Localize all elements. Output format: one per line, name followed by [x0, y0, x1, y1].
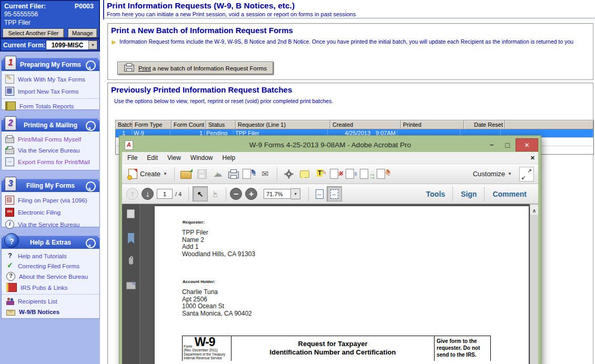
hand-tool-button[interactable]	[208, 187, 222, 201]
maximize-button[interactable]	[499, 138, 516, 151]
section-header-preparing[interactable]: 1 Preparing My Forms	[2, 58, 99, 71]
sidebar-item-work-with-tax-forms[interactable]: Work With My Tax Forms	[2, 73, 99, 85]
current-form-dropdown[interactable]: 1099-MISC	[46, 40, 98, 50]
select-tool-button[interactable]	[193, 186, 208, 201]
tools-pane-button[interactable]: Tools	[419, 190, 452, 198]
section-title: Printing & Mailing	[24, 122, 77, 129]
vertical-scrollbar[interactable]	[530, 204, 538, 364]
sign-pane-button[interactable]: Sign	[453, 190, 484, 198]
attach-file-button[interactable]	[344, 167, 360, 181]
edit-pages-button[interactable]: ✎	[376, 167, 391, 181]
sidebar-item-file-service-bureau[interactable]: Via the Service Bureau	[2, 218, 99, 230]
section-header-filing[interactable]: 3 Filing My Forms	[2, 179, 99, 192]
fit-page-button[interactable]	[327, 186, 342, 201]
page-count-label: / 4	[175, 191, 181, 197]
col-requestor[interactable]: Requestor (Line 1)	[236, 120, 330, 129]
pdf-page[interactable]: Requester: TPP Filer Name 2 Add 1 Woodla…	[155, 206, 529, 364]
col-created[interactable]: Created	[330, 120, 401, 129]
create-button[interactable]: Create ▼	[125, 167, 170, 180]
col-form-count[interactable]: Form Count	[172, 120, 206, 129]
save-icon	[197, 169, 207, 179]
sidebar-item-w9b-notices[interactable]: W-9/B Notices	[2, 307, 99, 317]
menu-help[interactable]: Help	[223, 154, 236, 161]
document-canvas[interactable]: Requester: TPP Filer Name 2 Add 1 Woodla…	[140, 204, 530, 364]
col-form-type[interactable]: Form Type	[133, 120, 172, 129]
printer-icon	[124, 65, 134, 72]
minimize-button[interactable]	[484, 138, 499, 150]
sidebar-item-label: Electronic Filing	[18, 209, 60, 216]
col-batch[interactable]: Batch	[116, 120, 133, 129]
sidebar-item-recipients-list[interactable]: Recipients List	[2, 294, 99, 307]
open-file-button[interactable]	[178, 167, 194, 181]
sidebar-item-irs-pubs[interactable]: IRS Pubs & Links	[2, 282, 99, 293]
fit-width-button[interactable]	[312, 187, 327, 201]
menu-edit[interactable]: Edit	[147, 154, 158, 161]
pubs-book-icon	[6, 283, 17, 292]
attachments-paperclip-icon[interactable]	[127, 256, 135, 267]
sidebar-item-print-service-bureau[interactable]: Via the Service Bureau	[2, 145, 99, 156]
zoom-dropdown-button[interactable]	[291, 188, 300, 199]
collapse-chevrons-icon[interactable]	[86, 181, 96, 191]
zoom-out-button[interactable]	[230, 188, 242, 200]
comment-pane-button[interactable]: Comment	[485, 190, 534, 198]
chevron-down-icon[interactable]	[88, 41, 97, 49]
sidebar-item-export-forms[interactable]: Export Forms for Print/Mail	[2, 156, 99, 168]
previous-page-button[interactable]	[126, 188, 138, 200]
sidebar-item-import-tax-forms[interactable]: Import New Tax Forms	[2, 85, 99, 97]
sidebar-item-help-tutorials[interactable]: Help and Tutorials	[2, 251, 99, 261]
menu-window[interactable]: Window	[190, 154, 213, 161]
save-button[interactable]	[194, 167, 210, 181]
delete-pages-button[interactable]: ×	[328, 167, 344, 181]
sidebar-item-about-service-bureau[interactable]: About the Service Bureau	[2, 271, 99, 282]
expand-view-button[interactable]	[519, 167, 534, 181]
select-another-filer-button[interactable]: Select Another Filer	[3, 28, 64, 38]
preferences-button[interactable]	[281, 167, 297, 181]
page-number-input[interactable]	[157, 189, 173, 199]
collapse-chevrons-icon[interactable]	[86, 121, 96, 131]
sidebar-item-correcting-forms[interactable]: Correcting Filed Forms	[2, 261, 99, 271]
acrobat-window[interactable]: W-9 Forms 4-25-2013 9-08AM - Adobe Acrob…	[119, 136, 541, 364]
print-button[interactable]	[226, 167, 241, 181]
create-pdf-icon	[128, 169, 137, 179]
zoom-level-value[interactable]: 71.7%	[264, 189, 291, 199]
sidebar-item-print-mail-myself[interactable]: Print/Mail Forms Myself	[2, 134, 99, 145]
divider	[226, 187, 226, 201]
email-button[interactable]	[257, 167, 273, 181]
acrobat-titlebar[interactable]: W-9 Forms 4-25-2013 9-08AM - Adobe Acrob…	[122, 138, 538, 152]
cloud-upload-button[interactable]	[210, 167, 226, 181]
collapse-chevrons-icon[interactable]	[86, 238, 96, 248]
sticky-note-button[interactable]	[297, 167, 312, 181]
close-document-icon[interactable]	[530, 155, 535, 161]
section-header-help[interactable]: Help & Extras	[2, 236, 99, 249]
print-new-batch-button[interactable]: Print a new batch of Information Request…	[117, 62, 274, 75]
fill-sign-button[interactable]: ✎	[241, 167, 257, 181]
col-status[interactable]: Status	[206, 120, 236, 129]
collapse-chevrons-icon[interactable]	[86, 60, 96, 70]
info-balloon-icon	[5, 220, 14, 229]
col-date-reset[interactable]: Date Reset	[464, 120, 505, 129]
next-page-button[interactable]	[142, 188, 154, 200]
sidebar-item-label: Filing on Paper (via 1096)	[18, 197, 87, 204]
signature-panel-icon[interactable]	[126, 282, 136, 289]
page-thumbnails-icon[interactable]	[127, 209, 135, 218]
table-header-row: Batch Form Type Form Count Status Reques…	[116, 120, 593, 129]
form-1096-icon	[5, 196, 14, 205]
menu-view[interactable]: View	[167, 154, 181, 161]
menu-file[interactable]: File	[127, 154, 137, 161]
zoom-in-button[interactable]	[245, 188, 257, 200]
close-button[interactable]	[516, 138, 538, 151]
section-title: Preparing My Forms	[20, 61, 81, 68]
highlight-text-button[interactable]	[312, 167, 328, 181]
manage-filer-button[interactable]: Manage	[68, 28, 97, 38]
page-title: Print Information Requests (W-9, B Notic…	[107, 1, 595, 11]
sidebar-item-label: Form Totals Reports	[19, 103, 74, 109]
export-pdf-button[interactable]: →	[360, 167, 376, 181]
section-header-printing[interactable]: 2 Printing & Mailing	[2, 119, 99, 132]
customize-button[interactable]: Customize ▼	[473, 170, 519, 178]
sidebar-item-electronic-filing[interactable]: Electronic Filing	[2, 206, 99, 218]
bookmarks-icon[interactable]	[128, 233, 134, 241]
sidebar-item-filing-on-paper[interactable]: Filing on Paper (via 1096)	[2, 194, 99, 206]
sidebar-item-form-totals-reports[interactable]: Form Totals Reports	[2, 98, 99, 112]
col-printed[interactable]: Printed	[401, 120, 464, 129]
scroll-up-icon[interactable]	[530, 205, 538, 215]
